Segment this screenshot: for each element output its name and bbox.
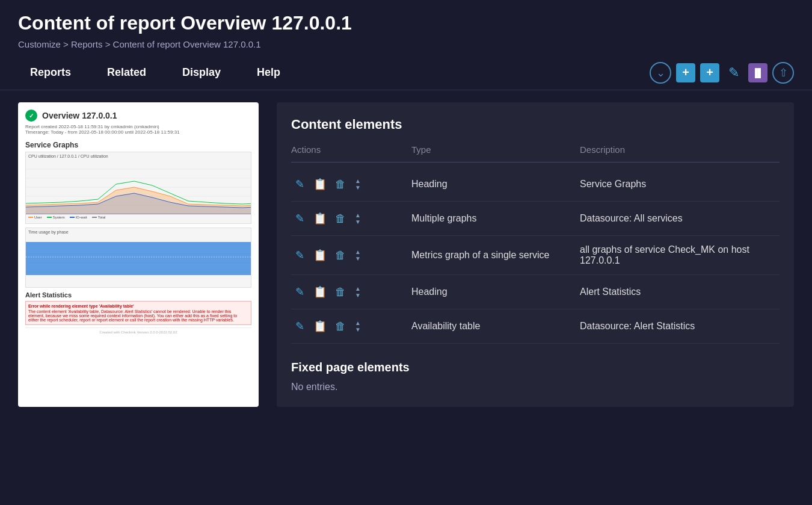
copy-row1-button[interactable]: 📋 (312, 176, 328, 193)
main-content: ✓ Overview 127.0.0.1 Report created 2022… (0, 90, 812, 419)
no-entries-text: No entries. (291, 382, 780, 392)
chart1-label: CPU utilization / 127.0.0.1 / CPU utiliz… (26, 152, 251, 160)
edit-row5-button[interactable]: ✎ (291, 318, 308, 335)
chart2-svg (26, 236, 251, 281)
preview-error-box: Error while rendering element type 'Avai… (25, 301, 251, 325)
sort-row1[interactable]: ▲ ▼ (355, 178, 361, 191)
copy-row2-button[interactable]: 📋 (312, 210, 328, 227)
row4-type: Heading (411, 287, 580, 297)
right-panel: Content elements Actions Type Descriptio… (277, 102, 794, 407)
upload-icon: ⇧ (779, 66, 788, 79)
chart2-label: Time usage by phase (26, 228, 251, 236)
delete-row2-button[interactable]: 🗑 (332, 210, 349, 227)
breadcrumb-current: Content of report Overview 127.0.0.1 (113, 39, 261, 49)
delete-row3-button[interactable]: 🗑 (332, 247, 349, 264)
chart1: CPU utilization / 127.0.0.1 / CPU utiliz… (25, 152, 251, 224)
breadcrumb: Customize > Reports > Content of report … (18, 39, 794, 49)
sort-up-icon: ▲ (355, 320, 361, 326)
chevron-down-icon: ⌄ (656, 66, 665, 79)
sort-row3[interactable]: ▲ ▼ (355, 249, 361, 262)
sort-up-icon: ▲ (355, 212, 361, 218)
upload-button[interactable]: ⇧ (772, 62, 794, 84)
plus-icon-2: + (706, 66, 713, 79)
sort-down-icon: ▼ (355, 326, 361, 333)
header-type: Type (411, 144, 580, 155)
row2-type: Multiple graphs (411, 213, 580, 224)
sort-down-icon: ▼ (355, 184, 361, 191)
sort-down-icon: ▼ (355, 292, 361, 299)
nav-item-related[interactable]: Related (89, 55, 164, 90)
edit-row1-button[interactable]: ✎ (291, 176, 308, 193)
delete-row1-button[interactable]: 🗑 (332, 176, 349, 193)
sort-up-icon: ▲ (355, 285, 361, 292)
page-header: Content of report Overview 127.0.0.1 Cus… (0, 0, 812, 55)
preview-section1-title: Service Graphs (25, 141, 251, 149)
header-description: Description (580, 144, 780, 155)
edit-row3-button[interactable]: ✎ (291, 247, 308, 264)
edit-button[interactable]: ✎ (724, 63, 743, 82)
content-elements-title: Content elements (291, 117, 780, 132)
row3-actions: ✎ 📋 🗑 ▲ ▼ (291, 247, 411, 264)
plus-icon-1: + (682, 66, 689, 79)
preview-section2-title: Alert Statistics (25, 291, 251, 299)
nav-icons: ⌄ + + ✎ ▐▌ ⇧ (644, 62, 800, 84)
delete-row4-button[interactable]: 🗑 (332, 283, 349, 300)
row2-actions: ✎ 📋 🗑 ▲ ▼ (291, 210, 411, 227)
table-row: ✎ 📋 🗑 ▲ ▼ Availability table Datasource:… (291, 309, 780, 344)
row4-actions: ✎ 📋 🗑 ▲ ▼ (291, 283, 411, 300)
copy-row5-button[interactable]: 📋 (312, 318, 328, 335)
nav-item-display[interactable]: Display (164, 55, 239, 90)
preview-panel: ✓ Overview 127.0.0.1 Report created 2022… (18, 102, 259, 407)
sort-down-icon: ▼ (355, 218, 361, 225)
chart1-svg (26, 160, 251, 214)
row5-description: Datasource: Alert Statistics (580, 321, 780, 332)
sort-row4[interactable]: ▲ ▼ (355, 285, 361, 299)
row1-type: Heading (411, 179, 580, 190)
fixed-elements-title: Fixed page elements (291, 361, 780, 374)
add-button-2[interactable]: + (700, 63, 719, 82)
sort-down-icon: ▼ (355, 255, 361, 262)
chevron-down-button[interactable]: ⌄ (650, 62, 671, 84)
pencil-icon: ✎ (728, 65, 739, 81)
copy-row4-button[interactable]: 📋 (312, 283, 328, 300)
edit-row2-button[interactable]: ✎ (291, 210, 308, 227)
preview-error-title: Error while rendering element type 'Avai… (28, 304, 248, 308)
breadcrumb-reports[interactable]: Reports (71, 39, 103, 49)
row5-type: Availability table (411, 321, 580, 332)
preview-footer: Created with Checkmk Version 2.0.0-2022.… (25, 327, 251, 336)
row5-actions: ✎ 📋 🗑 ▲ ▼ (291, 318, 411, 335)
delete-row5-button[interactable]: 🗑 (332, 318, 349, 335)
edit-row4-button[interactable]: ✎ (291, 283, 308, 300)
preview-meta: Report created 2022-05-18 11:59:31 by cm… (25, 124, 251, 135)
nav-item-reports[interactable]: Reports (12, 55, 89, 90)
row2-description: Datasource: All services (580, 213, 780, 224)
add-button-1[interactable]: + (676, 63, 695, 82)
sort-up-icon: ▲ (355, 249, 361, 255)
checkmk-logo: ✓ (25, 110, 37, 122)
sort-row2[interactable]: ▲ ▼ (355, 212, 361, 225)
sort-up-icon: ▲ (355, 178, 361, 184)
chart-button[interactable]: ▐▌ (748, 63, 767, 82)
chart-icon: ▐▌ (752, 68, 764, 78)
copy-row3-button[interactable]: 📋 (312, 247, 328, 264)
nav-item-help[interactable]: Help (239, 55, 298, 90)
preview-title: ✓ Overview 127.0.0.1 (25, 110, 251, 122)
row1-actions: ✎ 📋 🗑 ▲ ▼ (291, 176, 411, 193)
row3-description: all graphs of service Check_MK on host 1… (580, 244, 780, 266)
row3-type: Metrics graph of a single service (411, 250, 580, 261)
header-actions: Actions (291, 144, 411, 155)
preview-error-text: The content element 'Availability table,… (28, 309, 248, 322)
row1-description: Service Graphs (580, 179, 780, 190)
table-row: ✎ 📋 🗑 ▲ ▼ Heading Alert Statistics (291, 275, 780, 309)
svg-rect-9 (26, 242, 251, 275)
table-row: ✎ 📋 🗑 ▲ ▼ Metrics graph of a single serv… (291, 236, 780, 275)
table-row: ✎ 📋 🗑 ▲ ▼ Multiple graphs Datasource: Al… (291, 202, 780, 236)
page-title: Content of report Overview 127.0.0.1 (18, 12, 794, 34)
breadcrumb-customize[interactable]: Customize (18, 39, 61, 49)
chart2: Time usage by phase (25, 228, 251, 288)
sort-row5[interactable]: ▲ ▼ (355, 320, 361, 333)
table-row: ✎ 📋 🗑 ▲ ▼ Heading Service Graphs (291, 167, 780, 202)
table-header: Actions Type Description (291, 144, 780, 163)
chart1-legend: User System IO-wait Total (26, 214, 251, 220)
nav-bar: Reports Related Display Help ⌄ + + ✎ ▐▌ … (0, 55, 812, 90)
